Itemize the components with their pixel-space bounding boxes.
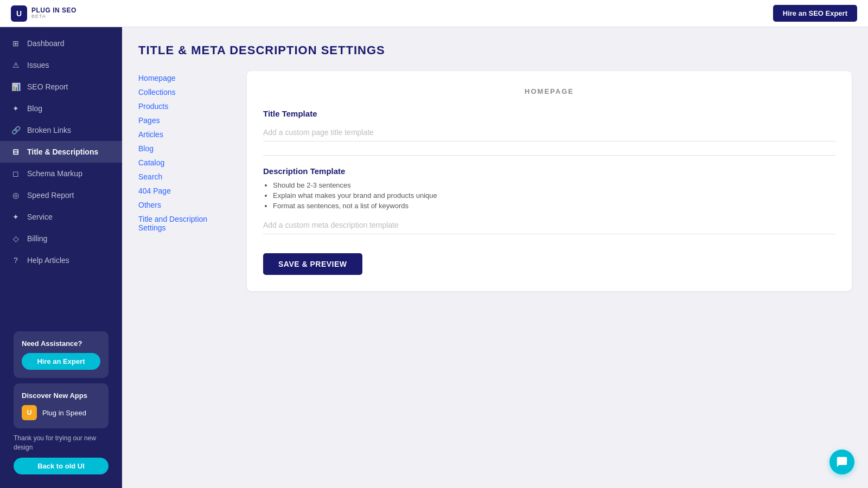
title-template-label: Title Template — [263, 109, 835, 118]
hire-expert-sidebar-button[interactable]: Hire an Expert — [22, 353, 100, 370]
section-link-blog[interactable]: Blog — [138, 142, 236, 156]
sidebar-item-billing[interactable]: ◇ Billing — [0, 228, 122, 249]
section-link-pages[interactable]: Pages — [138, 113, 236, 127]
content-inner: HomepageCollectionsProductsPagesArticles… — [138, 71, 852, 291]
description-hint-item: Should be 2-3 sentences — [273, 181, 835, 189]
content-area: TITLE & META DESCRIPTION SETTINGS Homepa… — [122, 27, 868, 488]
sidebar-item-schema-markup[interactable]: ◻ Schema Markup — [0, 163, 122, 184]
description-template-label: Description Template — [263, 166, 835, 176]
sidebar-item-label-broken-links: Broken Links — [27, 126, 71, 134]
help-icon: ? — [11, 255, 21, 265]
description-hints: Should be 2-3 sentencesExplain what make… — [273, 181, 835, 210]
billing-icon: ◇ — [11, 234, 21, 243]
description-hint-item: Format as sentences, not a list of keywo… — [273, 202, 835, 210]
section-links: HomepageCollectionsProductsPagesArticles… — [138, 71, 236, 291]
sidebar-item-dashboard[interactable]: ⊞ Dashboard — [0, 33, 122, 54]
back-old-ui-button[interactable]: Back to old UI — [14, 458, 108, 474]
plugin-speed-icon: U — [22, 405, 37, 420]
section-link-homepage[interactable]: Homepage — [138, 71, 236, 85]
section-link-products[interactable]: Products — [138, 99, 236, 113]
issues-icon: ⚠ — [11, 60, 21, 70]
main-panel: HOMEPAGE Title Template Description Temp… — [247, 71, 852, 291]
description-template-block: Description Template Should be 2-3 sente… — [263, 166, 835, 234]
sidebar-item-issues[interactable]: ⚠ Issues — [0, 54, 122, 76]
chat-icon — [836, 456, 848, 468]
sidebar-item-label-help-articles: Help Articles — [27, 256, 69, 265]
assistance-title: Need Assistance? — [22, 339, 100, 348]
divider-1 — [263, 155, 835, 156]
top-header: U PLUG IN SEO BETA Hire an SEO Expert — [0, 0, 868, 27]
description-hint-item: Explain what makes your brand and produc… — [273, 191, 835, 200]
sidebar-item-label-title-descriptions: Title & Descriptions — [27, 147, 98, 156]
logo-initial: U — [16, 9, 22, 18]
hire-expert-header-button[interactable]: Hire an SEO Expert — [773, 5, 857, 22]
sidebar-item-label-speed-report: Speed Report — [27, 191, 74, 200]
logo-beta-text: BETA — [31, 14, 76, 20]
section-link-others[interactable]: Others — [138, 198, 236, 212]
sidebar-item-label-service: Service — [27, 213, 53, 221]
sidebar-nav: ⊞ Dashboard ⚠ Issues 📊 SEO Report ✦ Blog… — [0, 33, 122, 318]
blog-icon: ✦ — [11, 104, 21, 113]
sidebar-item-blog[interactable]: ✦ Blog — [0, 98, 122, 119]
section-link-title-desc-settings[interactable]: Title and Description Settings — [138, 212, 236, 235]
sidebar-item-title-descriptions[interactable]: ⊟ Title & Descriptions — [0, 141, 122, 163]
title-template-input[interactable] — [263, 124, 835, 142]
schema-icon: ◻ — [11, 169, 21, 178]
description-template-input[interactable] — [263, 216, 835, 234]
chat-bubble[interactable] — [829, 450, 854, 474]
discover-title: Discover New Apps — [22, 391, 100, 400]
plugin-speed-label: Plug in Speed — [42, 409, 86, 417]
sidebar-item-broken-links[interactable]: 🔗 Broken Links — [0, 119, 122, 141]
title-icon: ⊟ — [11, 147, 21, 157]
sidebar-item-help-articles[interactable]: ? Help Articles — [0, 249, 122, 271]
service-icon: ✦ — [11, 212, 21, 222]
broken-links-icon: 🔗 — [11, 125, 21, 135]
save-preview-button[interactable]: SAVE & PREVIEW — [263, 253, 362, 275]
sidebar-item-service[interactable]: ✦ Service — [0, 206, 122, 228]
sidebar-item-label-seo-report: SEO Report — [27, 82, 68, 91]
logo-text: PLUG IN SEO BETA — [31, 7, 76, 20]
main-layout: ⊞ Dashboard ⚠ Issues 📊 SEO Report ✦ Blog… — [0, 27, 868, 488]
sidebar-item-label-billing: Billing — [27, 234, 47, 243]
section-link-catalog[interactable]: Catalog — [138, 156, 236, 170]
logo-icon: U — [11, 5, 27, 22]
section-link-collections[interactable]: Collections — [138, 85, 236, 99]
section-link-search[interactable]: Search — [138, 170, 236, 184]
section-link-404-page[interactable]: 404 Page — [138, 184, 236, 198]
panel-section-heading: HOMEPAGE — [263, 87, 835, 95]
logo-area: U PLUG IN SEO BETA — [11, 5, 76, 22]
seo-report-icon: 📊 — [11, 82, 21, 92]
discover-section: Discover New Apps U Plug in Speed — [14, 383, 108, 428]
plugin-speed-item: U Plug in Speed — [22, 405, 100, 420]
sidebar-item-label-issues: Issues — [27, 61, 49, 69]
sidebar-item-seo-report[interactable]: 📊 SEO Report — [0, 76, 122, 98]
speed-icon: ◎ — [11, 190, 21, 200]
page-title: TITLE & META DESCRIPTION SETTINGS — [138, 43, 852, 57]
thank-you-text: Thank you for trying our new design — [14, 434, 108, 452]
title-template-block: Title Template — [263, 109, 835, 142]
sidebar-item-label-dashboard: Dashboard — [27, 39, 65, 48]
sidebar: ⊞ Dashboard ⚠ Issues 📊 SEO Report ✦ Blog… — [0, 27, 122, 488]
sidebar-item-label-schema-markup: Schema Markup — [27, 169, 82, 178]
home-icon: ⊞ — [11, 38, 21, 48]
section-link-articles[interactable]: Articles — [138, 127, 236, 142]
assistance-card: Need Assistance? Hire an Expert — [14, 331, 108, 378]
sidebar-bottom: Need Assistance? Hire an Expert Discover… — [5, 323, 117, 483]
sidebar-item-label-blog: Blog — [27, 104, 42, 113]
sidebar-item-speed-report[interactable]: ◎ Speed Report — [0, 184, 122, 206]
